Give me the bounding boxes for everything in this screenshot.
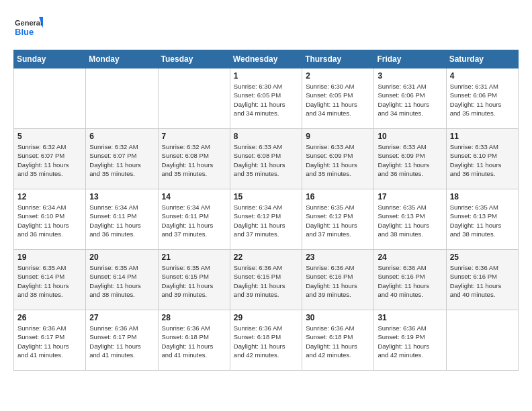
header-cell-monday: Monday <box>86 50 158 68</box>
day-number: 18 <box>450 192 515 201</box>
day-number: 8 <box>234 132 298 141</box>
day-info: Sunrise: 6:36 AM Sunset: 6:16 PM Dayligh… <box>378 263 442 299</box>
day-info: Sunrise: 6:35 AM Sunset: 6:13 PM Dayligh… <box>450 203 515 238</box>
day-info: Sunrise: 6:33 AM Sunset: 6:09 PM Dayligh… <box>306 142 370 178</box>
day-number: 17 <box>378 192 442 201</box>
day-info: Sunrise: 6:30 AM Sunset: 6:05 PM Dayligh… <box>234 82 298 118</box>
day-number: 25 <box>450 253 515 262</box>
day-number: 23 <box>306 253 370 262</box>
day-number: 9 <box>306 132 370 141</box>
day-info: Sunrise: 6:34 AM Sunset: 6:11 PM Dayligh… <box>162 203 226 238</box>
day-cell: 29Sunrise: 6:36 AM Sunset: 6:18 PM Dayli… <box>230 310 302 371</box>
day-info: Sunrise: 6:35 AM Sunset: 6:14 PM Dayligh… <box>89 263 154 299</box>
page-header: General Blue <box>13 13 519 43</box>
day-cell: 8Sunrise: 6:33 AM Sunset: 6:08 PM Daylig… <box>230 129 302 189</box>
day-cell <box>86 68 158 129</box>
day-number: 14 <box>162 192 226 201</box>
day-number: 5 <box>17 132 82 141</box>
day-number: 20 <box>89 253 154 262</box>
svg-text:General: General <box>15 19 42 27</box>
day-cell <box>446 310 518 371</box>
day-info: Sunrise: 6:34 AM Sunset: 6:12 PM Dayligh… <box>234 203 298 238</box>
day-cell: 10Sunrise: 6:33 AM Sunset: 6:09 PM Dayli… <box>374 129 446 189</box>
day-cell: 1Sunrise: 6:30 AM Sunset: 6:05 PM Daylig… <box>230 68 302 129</box>
day-number: 31 <box>378 313 442 322</box>
svg-text:Blue: Blue <box>15 27 34 37</box>
day-info: Sunrise: 6:33 AM Sunset: 6:10 PM Dayligh… <box>450 142 515 178</box>
day-cell: 30Sunrise: 6:36 AM Sunset: 6:18 PM Dayli… <box>302 310 374 371</box>
week-row-2: 5Sunrise: 6:32 AM Sunset: 6:07 PM Daylig… <box>14 129 519 189</box>
header-cell-tuesday: Tuesday <box>158 50 230 68</box>
day-info: Sunrise: 6:32 AM Sunset: 6:07 PM Dayligh… <box>89 142 154 178</box>
day-cell: 3Sunrise: 6:31 AM Sunset: 6:06 PM Daylig… <box>374 68 446 129</box>
day-number: 15 <box>234 192 298 201</box>
day-info: Sunrise: 6:35 AM Sunset: 6:13 PM Dayligh… <box>378 203 442 238</box>
day-info: Sunrise: 6:36 AM Sunset: 6:16 PM Dayligh… <box>450 263 515 299</box>
week-row-4: 19Sunrise: 6:35 AM Sunset: 6:14 PM Dayli… <box>14 250 519 310</box>
day-info: Sunrise: 6:36 AM Sunset: 6:18 PM Dayligh… <box>234 324 298 359</box>
day-info: Sunrise: 6:36 AM Sunset: 6:15 PM Dayligh… <box>234 263 298 299</box>
day-number: 30 <box>306 313 370 322</box>
day-cell: 2Sunrise: 6:30 AM Sunset: 6:05 PM Daylig… <box>302 68 374 129</box>
day-number: 22 <box>234 253 298 262</box>
day-info: Sunrise: 6:36 AM Sunset: 6:17 PM Dayligh… <box>89 324 154 359</box>
logo-icon: General Blue <box>13 13 43 43</box>
day-cell: 25Sunrise: 6:36 AM Sunset: 6:16 PM Dayli… <box>446 250 518 310</box>
logo: General Blue <box>13 13 43 43</box>
day-number: 28 <box>162 313 226 322</box>
day-cell: 4Sunrise: 6:31 AM Sunset: 6:06 PM Daylig… <box>446 68 518 129</box>
day-number: 4 <box>450 71 515 81</box>
day-cell: 7Sunrise: 6:32 AM Sunset: 6:08 PM Daylig… <box>158 129 230 189</box>
day-number: 24 <box>378 253 442 262</box>
day-info: Sunrise: 6:35 AM Sunset: 6:12 PM Dayligh… <box>306 203 370 238</box>
day-info: Sunrise: 6:36 AM Sunset: 6:16 PM Dayligh… <box>306 263 370 299</box>
day-number: 1 <box>234 71 298 81</box>
day-cell: 22Sunrise: 6:36 AM Sunset: 6:15 PM Dayli… <box>230 250 302 310</box>
header-row: SundayMondayTuesdayWednesdayThursdayFrid… <box>14 50 519 68</box>
header-cell-sunday: Sunday <box>14 50 86 68</box>
day-cell: 5Sunrise: 6:32 AM Sunset: 6:07 PM Daylig… <box>14 129 86 189</box>
day-info: Sunrise: 6:36 AM Sunset: 6:18 PM Dayligh… <box>162 324 226 359</box>
day-info: Sunrise: 6:34 AM Sunset: 6:10 PM Dayligh… <box>17 203 82 238</box>
day-cell: 9Sunrise: 6:33 AM Sunset: 6:09 PM Daylig… <box>302 129 374 189</box>
day-cell: 19Sunrise: 6:35 AM Sunset: 6:14 PM Dayli… <box>14 250 86 310</box>
day-info: Sunrise: 6:36 AM Sunset: 6:17 PM Dayligh… <box>17 324 82 359</box>
day-cell: 13Sunrise: 6:34 AM Sunset: 6:11 PM Dayli… <box>86 189 158 250</box>
day-cell: 18Sunrise: 6:35 AM Sunset: 6:13 PM Dayli… <box>446 189 518 250</box>
header-cell-friday: Friday <box>374 50 446 68</box>
day-info: Sunrise: 6:33 AM Sunset: 6:09 PM Dayligh… <box>378 142 442 178</box>
day-info: Sunrise: 6:32 AM Sunset: 6:07 PM Dayligh… <box>17 142 82 178</box>
day-cell: 12Sunrise: 6:34 AM Sunset: 6:10 PM Dayli… <box>14 189 86 250</box>
day-cell: 28Sunrise: 6:36 AM Sunset: 6:18 PM Dayli… <box>158 310 230 371</box>
day-number: 7 <box>162 132 226 141</box>
day-cell: 27Sunrise: 6:36 AM Sunset: 6:17 PM Dayli… <box>86 310 158 371</box>
day-info: Sunrise: 6:36 AM Sunset: 6:19 PM Dayligh… <box>378 324 442 359</box>
day-cell: 17Sunrise: 6:35 AM Sunset: 6:13 PM Dayli… <box>374 189 446 250</box>
day-cell: 15Sunrise: 6:34 AM Sunset: 6:12 PM Dayli… <box>230 189 302 250</box>
day-info: Sunrise: 6:30 AM Sunset: 6:05 PM Dayligh… <box>306 82 370 118</box>
header-cell-saturday: Saturday <box>446 50 518 68</box>
week-row-3: 12Sunrise: 6:34 AM Sunset: 6:10 PM Dayli… <box>14 189 519 250</box>
calendar-body: 1Sunrise: 6:30 AM Sunset: 6:05 PM Daylig… <box>14 68 519 371</box>
calendar-table: SundayMondayTuesdayWednesdayThursdayFrid… <box>13 50 519 371</box>
day-cell: 31Sunrise: 6:36 AM Sunset: 6:19 PM Dayli… <box>374 310 446 371</box>
day-info: Sunrise: 6:35 AM Sunset: 6:14 PM Dayligh… <box>17 263 82 299</box>
day-number: 27 <box>89 313 154 322</box>
day-number: 3 <box>378 71 442 81</box>
day-cell: 24Sunrise: 6:36 AM Sunset: 6:16 PM Dayli… <box>374 250 446 310</box>
day-cell <box>158 68 230 129</box>
day-info: Sunrise: 6:34 AM Sunset: 6:11 PM Dayligh… <box>89 203 154 238</box>
header-cell-thursday: Thursday <box>302 50 374 68</box>
week-row-5: 26Sunrise: 6:36 AM Sunset: 6:17 PM Dayli… <box>14 310 519 371</box>
day-number: 16 <box>306 192 370 201</box>
day-number: 6 <box>89 132 154 141</box>
day-cell: 6Sunrise: 6:32 AM Sunset: 6:07 PM Daylig… <box>86 129 158 189</box>
day-cell: 21Sunrise: 6:35 AM Sunset: 6:15 PM Dayli… <box>158 250 230 310</box>
week-row-1: 1Sunrise: 6:30 AM Sunset: 6:05 PM Daylig… <box>14 68 519 129</box>
day-number: 29 <box>234 313 298 322</box>
day-cell: 20Sunrise: 6:35 AM Sunset: 6:14 PM Dayli… <box>86 250 158 310</box>
day-info: Sunrise: 6:32 AM Sunset: 6:08 PM Dayligh… <box>162 142 226 178</box>
day-info: Sunrise: 6:36 AM Sunset: 6:18 PM Dayligh… <box>306 324 370 359</box>
day-number: 11 <box>450 132 515 141</box>
day-info: Sunrise: 6:31 AM Sunset: 6:06 PM Dayligh… <box>450 82 515 118</box>
